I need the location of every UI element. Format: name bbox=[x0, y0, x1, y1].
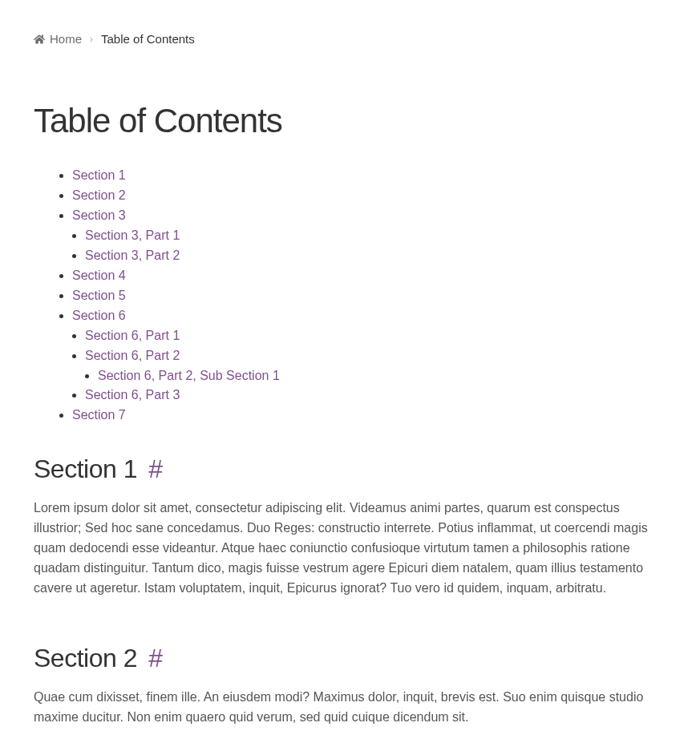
home-icon bbox=[34, 32, 45, 46]
toc-link-section-6-part-1[interactable]: Section 6, Part 1 bbox=[85, 329, 180, 342]
toc-item: Section 1 bbox=[72, 166, 668, 186]
toc-item: Section 3, Part 1 bbox=[85, 226, 668, 246]
section-1-heading: Section 1 # bbox=[34, 454, 668, 484]
anchor-link-section-1[interactable]: # bbox=[148, 454, 162, 483]
toc-item: Section 3, Part 2 bbox=[85, 246, 668, 266]
toc-link-section-6-part-2[interactable]: Section 6, Part 2 bbox=[85, 349, 180, 362]
toc-link-section-2[interactable]: Section 2 bbox=[72, 188, 126, 202]
breadcrumb-home-label: Home bbox=[50, 32, 82, 46]
section-1-title: Section 1 bbox=[34, 454, 137, 483]
toc-item: Section 7 bbox=[72, 406, 668, 426]
toc-item: Section 6, Part 3 bbox=[85, 386, 668, 406]
page-title: Table of Contents bbox=[34, 102, 668, 140]
anchor-link-section-2[interactable]: # bbox=[148, 644, 162, 672]
toc-link-section-3-part-1[interactable]: Section 3, Part 1 bbox=[85, 228, 180, 242]
toc-link-section-6-part-2-sub-1[interactable]: Section 6, Part 2, Sub Section 1 bbox=[98, 369, 280, 382]
table-of-contents: Section 1 Section 2 Section 3 Section 3,… bbox=[34, 166, 668, 426]
toc-item: Section 3 Section 3, Part 1 Section 3, P… bbox=[72, 206, 668, 266]
toc-link-section-6-part-3[interactable]: Section 6, Part 3 bbox=[85, 388, 180, 402]
toc-item: Section 4 bbox=[72, 266, 668, 286]
breadcrumb: Home › Table of Contents bbox=[34, 32, 668, 46]
toc-item: Section 6 Section 6, Part 1 Section 6, P… bbox=[72, 306, 668, 406]
toc-item: Section 6, Part 2 Section 6, Part 2, Sub… bbox=[85, 346, 668, 386]
toc-link-section-4[interactable]: Section 4 bbox=[72, 268, 126, 282]
breadcrumb-separator: › bbox=[90, 34, 93, 45]
toc-item: Section 6, Part 2, Sub Section 1 bbox=[98, 366, 668, 386]
toc-link-section-3-part-2[interactable]: Section 3, Part 2 bbox=[85, 248, 180, 262]
breadcrumb-home-link[interactable]: Home bbox=[34, 32, 82, 46]
toc-link-section-1[interactable]: Section 1 bbox=[72, 168, 126, 182]
section-2-title: Section 2 bbox=[34, 644, 137, 672]
toc-item: Section 5 bbox=[72, 286, 668, 306]
section-2-body: Quae cum dixisset, finem ille. An eiusde… bbox=[34, 688, 668, 728]
toc-item: Section 6, Part 1 bbox=[85, 326, 668, 346]
toc-link-section-7[interactable]: Section 7 bbox=[72, 408, 126, 422]
toc-item: Section 2 bbox=[72, 186, 668, 206]
toc-link-section-3[interactable]: Section 3 bbox=[72, 208, 126, 222]
breadcrumb-current: Table of Contents bbox=[101, 32, 195, 46]
section-1-body: Lorem ipsum dolor sit amet, consectetur … bbox=[34, 499, 668, 599]
section-2-heading: Section 2 # bbox=[34, 644, 668, 673]
toc-link-section-6[interactable]: Section 6 bbox=[72, 309, 126, 322]
toc-link-section-5[interactable]: Section 5 bbox=[72, 289, 126, 302]
